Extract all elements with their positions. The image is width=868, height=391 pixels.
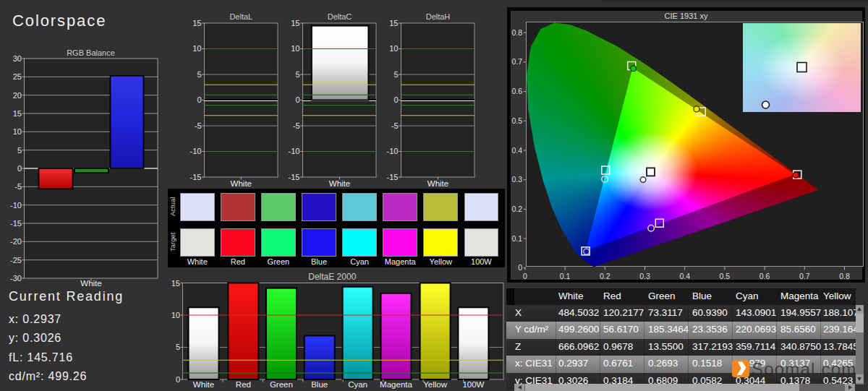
svg-text:Magenta: Magenta — [380, 380, 412, 389]
svg-text:0: 0 — [518, 263, 522, 272]
svg-text:0: 0 — [176, 375, 180, 384]
svg-text:Red: Red — [236, 380, 251, 389]
svg-text:0.2: 0.2 — [600, 272, 610, 280]
svg-text:-5: -5 — [14, 182, 22, 191]
svg-text:White: White — [80, 279, 101, 288]
svg-text:-20: -20 — [10, 237, 22, 246]
svg-text:-10: -10 — [289, 147, 300, 155]
svg-text:15: 15 — [13, 109, 22, 118]
svg-text:0.5: 0.5 — [720, 272, 731, 280]
svg-text:-10: -10 — [190, 147, 202, 155]
svg-text:15: 15 — [291, 19, 299, 27]
svg-text:Blue: Blue — [311, 380, 328, 389]
svg-text:0.4: 0.4 — [511, 146, 522, 155]
svg-text:-15: -15 — [10, 219, 22, 228]
svg-text:0: 0 — [197, 95, 201, 104]
svg-text:White: White — [193, 380, 214, 389]
svg-text:5: 5 — [17, 146, 22, 155]
svg-text:15: 15 — [389, 19, 398, 27]
svg-text:DeltaE 2000: DeltaE 2000 — [308, 272, 356, 282]
svg-text:White: White — [231, 179, 252, 188]
svg-text:25: 25 — [13, 72, 22, 81]
svg-text:-30: -30 — [10, 274, 22, 283]
svg-text:-15: -15 — [387, 173, 399, 181]
svg-text:15: 15 — [171, 279, 180, 288]
svg-text:10: 10 — [171, 311, 180, 319]
svg-text:-10: -10 — [387, 147, 399, 155]
svg-text:White: White — [329, 179, 350, 188]
svg-text:0: 0 — [295, 95, 299, 104]
svg-text:0.3: 0.3 — [639, 272, 650, 280]
svg-text:-15: -15 — [190, 173, 202, 181]
svg-text:5: 5 — [176, 343, 180, 351]
svg-text:Cyan: Cyan — [348, 380, 367, 389]
svg-text:-5: -5 — [195, 121, 202, 130]
svg-text:0.7: 0.7 — [799, 272, 810, 280]
svg-text:10: 10 — [291, 44, 299, 53]
svg-text:-15: -15 — [289, 173, 300, 181]
svg-text:5: 5 — [393, 70, 398, 79]
svg-text:-5: -5 — [293, 121, 300, 130]
svg-text:10: 10 — [389, 44, 398, 53]
svg-text:15: 15 — [192, 19, 201, 27]
svg-text:DeltaH: DeltaH — [426, 12, 451, 21]
svg-text:0.8: 0.8 — [839, 272, 850, 280]
svg-text:20: 20 — [13, 91, 22, 100]
svg-text:White: White — [427, 179, 448, 188]
svg-text:0.8: 0.8 — [511, 28, 522, 37]
svg-text:100W: 100W — [462, 380, 484, 389]
svg-text:0: 0 — [17, 164, 22, 173]
svg-text:0.7: 0.7 — [511, 57, 522, 66]
svg-text:Yellow: Yellow — [423, 380, 448, 389]
svg-text:RGB Balance: RGB Balance — [67, 48, 115, 57]
svg-text:0: 0 — [393, 95, 398, 104]
svg-text:0.1: 0.1 — [511, 234, 522, 243]
svg-text:-25: -25 — [10, 256, 22, 265]
svg-text:0.2: 0.2 — [511, 205, 522, 213]
svg-text:-5: -5 — [391, 121, 399, 130]
svg-text:0.1: 0.1 — [560, 272, 571, 280]
svg-text:10: 10 — [192, 44, 201, 53]
svg-text:Green: Green — [270, 380, 293, 389]
svg-text:DeltaC: DeltaC — [328, 12, 352, 21]
svg-text:-10: -10 — [10, 201, 22, 210]
svg-text:0: 0 — [523, 272, 527, 280]
svg-text:0.6: 0.6 — [760, 272, 770, 280]
svg-text:5: 5 — [295, 70, 299, 79]
svg-text:10: 10 — [13, 127, 22, 136]
svg-text:0.5: 0.5 — [511, 116, 522, 125]
svg-text:DeltaL: DeltaL — [229, 12, 252, 21]
svg-text:0.3: 0.3 — [511, 175, 522, 184]
svg-text:5: 5 — [197, 70, 201, 79]
svg-text:0.4: 0.4 — [679, 272, 690, 280]
svg-text:30: 30 — [13, 54, 22, 63]
svg-text:0.6: 0.6 — [511, 87, 522, 95]
